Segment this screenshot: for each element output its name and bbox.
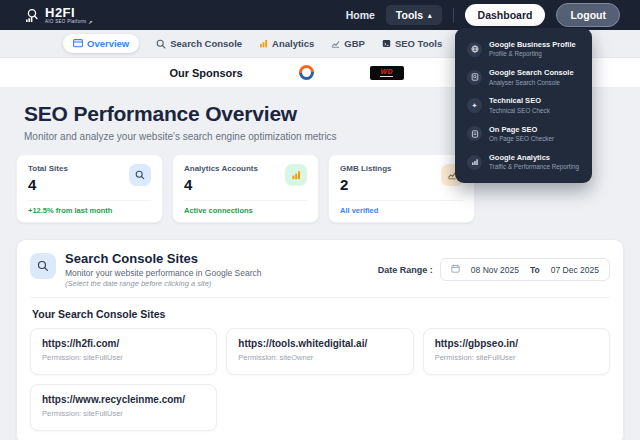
bar-chart-icon [467, 155, 482, 170]
menu-item-google-business-profile[interactable]: Google Business Profile Profile & Report… [461, 35, 586, 63]
menu-item-title: Google Business Profile [489, 40, 576, 49]
site-card[interactable]: https://h2fi.com/ Permission: siteFullUs… [30, 328, 217, 375]
site-card[interactable]: https://www.recycleinme.com/ Permission:… [30, 384, 217, 431]
date-range-end[interactable]: 07 Dec 2025 [551, 265, 599, 275]
stat-label: GMB Listings [340, 164, 392, 173]
overview-icon [73, 39, 83, 48]
menu-item-title: Google Search Console [489, 68, 574, 77]
logo-subtitle: AIO SEO Platform [45, 20, 86, 25]
bar-chart-icon [259, 39, 268, 48]
menu-item-subtitle: Traffic & Performance Reporting [489, 163, 579, 171]
app-logo[interactable]: H2FI AIO SEO Platform ↗ [24, 6, 93, 25]
trend-arrow-icon: ↗ [88, 20, 93, 25]
dashboard-button[interactable]: Dashboard [465, 4, 546, 26]
site-permission: Permission: siteFullUser [42, 409, 205, 418]
stat-card-total-sites: Total Sites 4 +12.5% from last month [16, 154, 163, 223]
tab-search-console[interactable]: Search Console [156, 38, 242, 49]
whitedigital-logo-text: WD [380, 68, 393, 77]
search-icon [156, 39, 166, 49]
tab-overview[interactable]: Overview [63, 34, 139, 53]
sites-list-title: Your Search Console Sites [32, 308, 608, 320]
menu-item-subtitle: Analyser Search Console [489, 79, 574, 87]
stat-footnote: +12.5% from last month [28, 206, 151, 215]
tab-label: Search Console [170, 38, 242, 49]
stat-card-analytics-accounts: Analytics Accounts 4 Active connections [172, 154, 319, 223]
menu-item-title: On Page SEO [489, 125, 554, 134]
menu-item-google-search-console[interactable]: Google Search Console Analyser Search Co… [461, 63, 586, 91]
magnifier-chart-icon [24, 7, 41, 24]
date-range-picker[interactable]: 08 Nov 2025 To 07 Dec 2025 [440, 258, 610, 281]
site-url: https://h2fi.com/ [42, 338, 205, 349]
tab-label: SEO Tools [395, 38, 442, 49]
site-permission: Permission: siteFullUser [42, 353, 205, 362]
tools-button-label: Tools [396, 9, 423, 21]
stat-label: Total Sites [28, 164, 68, 173]
tab-analytics[interactable]: Analytics [259, 38, 314, 49]
menu-item-subtitle: Technical SEO Check [489, 107, 550, 115]
panel-hint: (Select the date range before clicking a… [65, 279, 262, 288]
menu-item-title: Google Analytics [489, 153, 579, 162]
site-permission: Permission: siteOwner [238, 353, 401, 362]
date-range-separator: To [530, 265, 540, 275]
recycleinme-logo[interactable] [299, 65, 314, 80]
date-range-start[interactable]: 08 Nov 2025 [471, 265, 519, 275]
header-divider [453, 8, 454, 23]
search-icon [30, 253, 56, 279]
toolbox-icon [382, 39, 391, 48]
search-icon [129, 164, 151, 186]
site-url: https://tools.whitedigital.ai/ [238, 338, 401, 349]
menu-item-on-page-seo[interactable]: On Page SEO On Page SEO Checker [461, 120, 586, 148]
tab-label: Analytics [272, 38, 314, 49]
top-header: H2FI AIO SEO Platform ↗ Home Tools ▴ Das… [0, 0, 640, 30]
sparkle-icon: ✦ [467, 98, 482, 113]
site-card[interactable]: https://tools.whitedigital.ai/ Permissio… [226, 328, 413, 375]
caret-up-icon: ▴ [428, 12, 432, 19]
stat-card-gmb-listings: GMB Listings 2 All verified [328, 154, 475, 223]
tools-dropdown-menu: Google Business Profile Profile & Report… [455, 28, 592, 183]
stat-value: 2 [340, 176, 392, 193]
date-range-label: Date Range : [378, 265, 433, 275]
site-url: https://gbpseo.in/ [435, 338, 598, 349]
menu-item-technical-seo[interactable]: ✦ Technical SEO Technical SEO Check [461, 91, 586, 119]
panel-title: Search Console Sites [65, 251, 262, 266]
menu-item-subtitle: On Page SEO Checker [489, 135, 554, 143]
trend-chart-icon [331, 39, 340, 48]
site-url: https://www.recycleinme.com/ [42, 394, 205, 405]
logo-title: H2FI [45, 6, 93, 19]
menu-item-title: Technical SEO [489, 96, 550, 105]
site-card[interactable]: https://gbpseo.in/ Permission: siteFullU… [423, 328, 610, 375]
menu-item-subtitle: Profile & Reporting [489, 50, 576, 58]
bar-chart-icon [285, 164, 307, 186]
tools-dropdown-button[interactable]: Tools ▴ [386, 5, 442, 25]
document-search-icon [467, 70, 482, 85]
stat-footnote: All verified [340, 206, 463, 215]
menu-item-google-analytics[interactable]: Google Analytics Traffic & Performance R… [461, 148, 586, 176]
stat-label: Analytics Accounts [184, 164, 258, 173]
whitedigital-logo[interactable]: WD [370, 66, 404, 80]
site-permission: Permission: siteFullUser [435, 353, 598, 362]
logout-button[interactable]: Logout [556, 3, 620, 27]
stat-footnote: Active connections [184, 206, 307, 215]
tab-gbp[interactable]: GBP [331, 38, 365, 49]
panel-subtitle: Monitor your website performance in Goog… [65, 268, 262, 278]
calendar-icon [451, 264, 460, 275]
sparkle-glyph: ✦ [472, 102, 478, 109]
sites-grid: https://h2fi.com/ Permission: siteFullUs… [30, 328, 610, 431]
tab-seo-tools[interactable]: SEO Tools [382, 38, 442, 49]
tab-label: GBP [344, 38, 365, 49]
stat-value: 4 [184, 176, 258, 193]
tab-label: Overview [87, 38, 129, 49]
search-console-panel: Search Console Sites Monitor your websit… [16, 239, 624, 440]
sponsors-title: Our Sponsors [169, 67, 242, 79]
globe-icon [467, 42, 482, 57]
page-icon [467, 126, 482, 141]
stat-value: 4 [28, 176, 68, 193]
nav-home-link[interactable]: Home [346, 9, 375, 21]
